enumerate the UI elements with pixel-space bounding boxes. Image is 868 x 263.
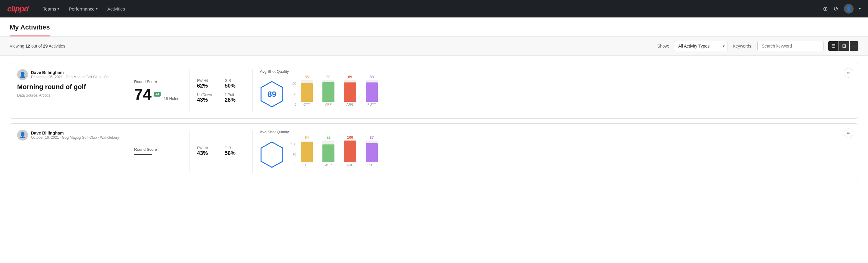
navbar-right: ⊕ ↺ 👤 ▾ xyxy=(823,4,861,13)
svg-marker-1 xyxy=(261,142,283,167)
quality-content: 100 50 0 94 OTT 82 APP xyxy=(260,137,851,173)
nav-teams[interactable]: Teams ▾ xyxy=(43,5,59,12)
activity-card: 👤 Dave Billingham October 16, 2021 · Gog… xyxy=(10,123,858,179)
hexagon xyxy=(260,141,284,168)
bar-value: 89 xyxy=(348,75,352,79)
updown-label: Up/Down xyxy=(197,93,217,97)
round-score-label: Round Score xyxy=(134,147,182,152)
y-label-100: 100 xyxy=(291,82,296,85)
activity-title: Morning round of golf xyxy=(17,83,119,91)
bar-value: 87 xyxy=(370,136,374,140)
bar-chart-inner: 100 50 0 85 OTT 90 APP xyxy=(291,82,851,112)
bar-group: 87 PUTT xyxy=(366,136,378,167)
bar-track xyxy=(322,80,335,102)
teams-chevron-icon: ▾ xyxy=(57,7,59,11)
bar-value: 89 xyxy=(370,75,374,79)
keywords-label: Keywords: xyxy=(733,43,752,49)
y-label-0: 0 xyxy=(294,164,296,167)
updown-value: 43% xyxy=(197,97,217,103)
bar-x-label: ARG xyxy=(346,103,354,106)
avatar-icon: 👤 xyxy=(846,6,852,12)
oneputt-stat: 1 Putt 28% xyxy=(225,93,245,103)
fw-hit-stat: FW Hit 43% xyxy=(197,146,217,156)
y-axis: 100 50 0 xyxy=(291,143,298,167)
view-grid-button[interactable]: ⊞ xyxy=(839,41,849,51)
bar-track xyxy=(301,141,313,162)
list-view-icon: ☰ xyxy=(831,43,836,49)
performance-chevron-icon: ▾ xyxy=(96,7,98,11)
viewing-text: Viewing 12 out of 29 Activities xyxy=(10,43,65,49)
round-score-section: Round Score 74 +4 18 Holes xyxy=(134,69,182,112)
user-name: Dave Billingham xyxy=(31,130,119,136)
user-avatar: 👤 xyxy=(17,69,28,80)
avg-shot-quality-label: Avg Shot Quality xyxy=(260,69,851,74)
user-avatar[interactable]: 👤 xyxy=(844,4,854,13)
page-header: My Activities xyxy=(0,18,868,37)
avg-shot-quality-label: Avg Shot Quality xyxy=(260,130,851,134)
y-label-50: 50 xyxy=(293,153,296,156)
gir-label: GIR xyxy=(225,146,245,150)
view-list-button[interactable]: ☰ xyxy=(828,41,839,51)
fw-hit-value: 43% xyxy=(197,150,217,156)
bar-x-label: APP xyxy=(325,163,332,167)
y-label-0: 0 xyxy=(294,103,296,106)
fw-hit-stat: FW Hit 62% xyxy=(197,79,217,89)
search-input[interactable] xyxy=(757,41,824,51)
bar-fill xyxy=(344,83,356,102)
avatar-icon: 👤 xyxy=(19,71,26,78)
bar-chart: 100 50 0 94 OTT 82 APP xyxy=(291,137,851,173)
score-number: 74 xyxy=(134,86,152,102)
brand-logo[interactable]: clippd xyxy=(7,4,29,13)
filter-bar: Viewing 12 out of 29 Activities Show: Al… xyxy=(0,37,868,56)
nav-activities[interactable]: Activities xyxy=(107,5,125,12)
round-score-label: Round Score xyxy=(134,80,182,84)
edit-button[interactable]: ✏ xyxy=(844,128,853,138)
page-title: My Activities xyxy=(10,24,50,36)
gir-value: 56% xyxy=(225,150,245,156)
bar-value: 85 xyxy=(305,75,309,79)
view-compact-button[interactable]: ≡ xyxy=(850,41,858,51)
view-toggle: ☰ ⊞ ≡ xyxy=(828,41,858,51)
stats-grid: FW Hit 62% GIR 50% Up/Down 43% 1 Putt 28… xyxy=(197,79,245,103)
stats-grid: FW Hit 43% GIR 56% xyxy=(197,146,245,156)
activity-card: 👤 Dave Billingham December 05, 2021 · Go… xyxy=(10,63,858,119)
compact-view-icon: ≡ xyxy=(852,43,856,49)
divider xyxy=(127,69,127,112)
gir-stat: GIR 56% xyxy=(225,146,245,156)
card-left: 👤 Dave Billingham October 16, 2021 · Gog… xyxy=(17,130,119,173)
stats-section: FW Hit 62% GIR 50% Up/Down 43% 1 Putt 28… xyxy=(197,69,245,112)
gir-label: GIR xyxy=(225,79,245,83)
pencil-icon: ✏ xyxy=(847,70,850,75)
bar-value: 90 xyxy=(326,75,330,79)
edit-button[interactable]: ✏ xyxy=(844,68,853,78)
bar-group: 89 ARG xyxy=(344,75,356,106)
nav-performance[interactable]: Performance ▾ xyxy=(69,5,98,12)
bar-track xyxy=(366,80,378,102)
add-icon[interactable]: ⊕ xyxy=(823,5,828,12)
divider xyxy=(127,130,127,173)
bar-track xyxy=(366,141,378,162)
score-holes: 18 Holes xyxy=(164,96,179,101)
fw-hit-label: FW Hit xyxy=(197,146,217,150)
bar-track xyxy=(344,80,356,102)
bar-group: 89 PUTT xyxy=(366,75,378,106)
hex-value: 89 xyxy=(268,90,276,99)
data-source: Data Source: Arccos xyxy=(17,93,119,97)
fw-hit-label: FW Hit xyxy=(197,79,217,83)
user-menu-chevron-icon[interactable]: ▾ xyxy=(859,7,861,11)
bar-value: 106 xyxy=(347,136,353,140)
user-date: October 16, 2021 · Gog Magog Golf Club -… xyxy=(31,136,119,140)
activity-type-select[interactable]: All Activity Types xyxy=(674,41,728,51)
bar-group: 106 ARG xyxy=(344,136,356,167)
user-info: Dave Billingham December 05, 2021 · Gog … xyxy=(31,70,110,79)
bar-value: 82 xyxy=(326,136,330,140)
user-row: 👤 Dave Billingham October 16, 2021 · Gog… xyxy=(17,130,119,141)
activity-type-dropdown[interactable]: All Activity Types ▾ xyxy=(674,41,728,51)
bar-group: 85 OTT xyxy=(301,75,313,106)
bar-group: 90 APP xyxy=(322,75,335,106)
bar-fill xyxy=(366,143,378,162)
quality-section: Avg Shot Quality 100 50 0 94 xyxy=(260,130,851,173)
refresh-icon[interactable]: ↺ xyxy=(833,5,839,12)
stats-section: FW Hit 43% GIR 56% xyxy=(197,130,245,173)
bar-chart: 100 50 0 85 OTT 90 APP xyxy=(291,76,851,112)
